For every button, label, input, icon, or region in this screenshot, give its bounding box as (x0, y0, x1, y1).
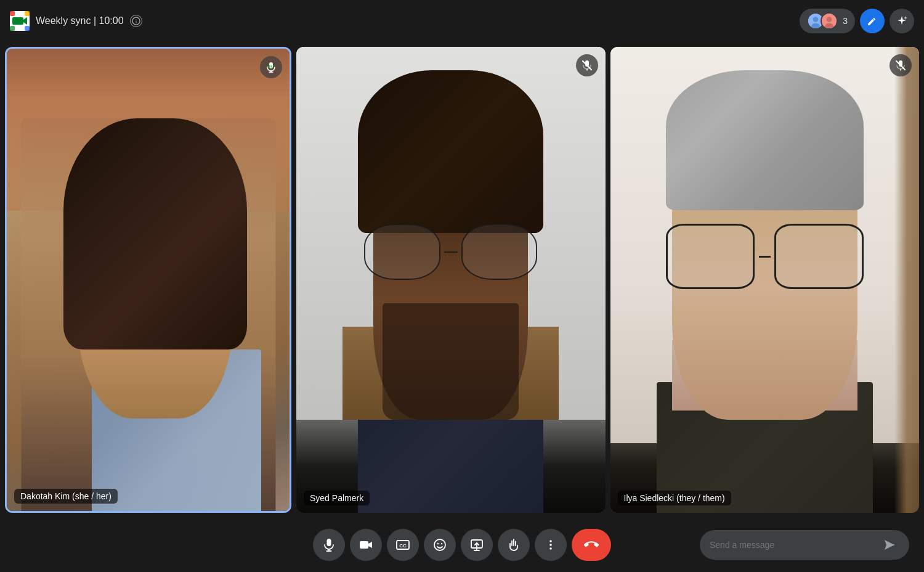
raise-hand-button[interactable] (498, 529, 530, 561)
present-button[interactable] (461, 529, 493, 561)
svg-rect-2 (10, 11, 15, 16)
more-options-button[interactable] (535, 529, 567, 561)
captions-button[interactable]: CC (387, 529, 419, 561)
video-tile-dakotah: Dakotah Kim (she / her) (5, 47, 291, 513)
svg-point-32 (434, 539, 445, 550)
svg-rect-26 (327, 539, 331, 546)
participants-avatars (807, 12, 838, 30)
info-button[interactable]: i (130, 15, 142, 27)
ai-features-button[interactable] (890, 9, 914, 33)
svg-point-33 (437, 543, 439, 544)
google-meet-logo-icon (10, 11, 30, 31)
toolbar-center: CC (313, 529, 611, 561)
toolbar: CC (0, 518, 924, 572)
svg-point-41 (549, 547, 552, 550)
svg-rect-18 (269, 65, 270, 68)
participant-count: 3 (843, 16, 848, 26)
svg-rect-19 (271, 65, 272, 68)
svg-point-40 (549, 544, 552, 546)
camera-button[interactable] (350, 529, 382, 561)
svg-point-12 (827, 17, 832, 22)
svg-rect-29 (360, 541, 368, 549)
svg-point-9 (813, 17, 819, 22)
svg-point-39 (549, 540, 552, 542)
svg-point-13 (825, 23, 833, 29)
video-grid: Dakotah Kim (she / her) (0, 42, 924, 518)
header-right: 3 (800, 9, 914, 33)
send-message-button[interactable] (880, 535, 899, 555)
participant-name-dakotah: Dakotah Kim (she / her) (14, 489, 118, 504)
message-input[interactable] (710, 540, 875, 550)
svg-rect-4 (10, 26, 15, 31)
svg-point-10 (811, 23, 820, 29)
svg-text:i: i (136, 18, 137, 25)
speaker-mic-button[interactable] (260, 56, 282, 78)
message-input-container (700, 530, 909, 560)
ilya-mic-button[interactable] (890, 54, 912, 76)
edit-button[interactable] (860, 9, 885, 33)
end-call-button[interactable] (572, 529, 611, 561)
svg-rect-17 (267, 66, 269, 68)
video-tile-syed: Syed Palmerk (296, 47, 606, 513)
toolbar-right (700, 530, 909, 560)
participants-button[interactable]: 3 (800, 9, 855, 33)
syed-mic-button[interactable] (576, 54, 598, 76)
meeting-title: Weekly sync | 10:00 (36, 15, 124, 27)
svg-text:CC: CC (399, 543, 407, 549)
header: Weekly sync | 10:00 i (0, 0, 924, 42)
avatar-2 (821, 12, 838, 30)
emoji-button[interactable] (424, 529, 456, 561)
svg-rect-3 (25, 11, 30, 16)
microphone-button[interactable] (313, 529, 345, 561)
participant-name-syed: Syed Palmerk (304, 491, 370, 505)
participant-name-ilya: Ilya Siedlecki (they / them) (618, 491, 731, 505)
header-left: Weekly sync | 10:00 i (10, 11, 142, 31)
svg-rect-5 (25, 26, 30, 31)
video-tile-ilya: Ilya Siedlecki (they / them) (610, 47, 920, 513)
svg-point-34 (441, 543, 442, 544)
